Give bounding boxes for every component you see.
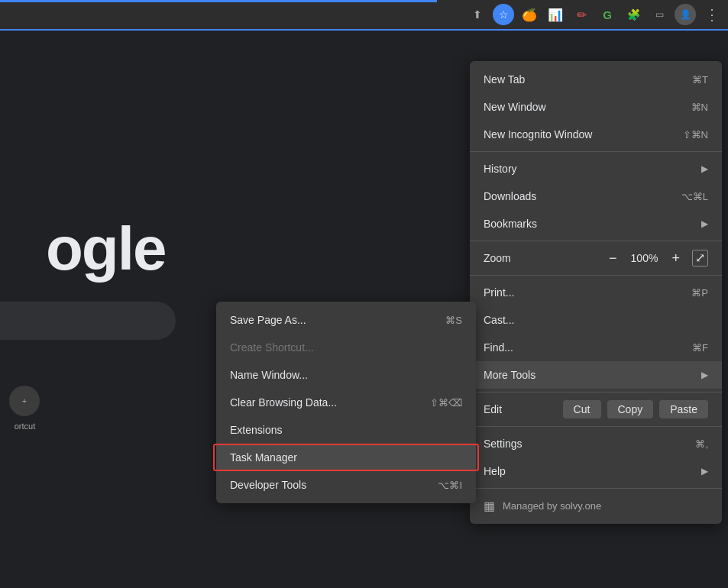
paste-button[interactable]: Paste [659,400,708,418]
menu-item-more-tools[interactable]: More Tools ▶ [470,361,722,389]
bookmarks-label: Bookmarks [484,218,695,230]
menu-item-cast[interactable]: Cast... [470,306,722,334]
name-window-label: Name Window... [230,369,462,381]
new-window-shortcut: ⌘N [691,102,708,113]
zoom-decrease-button[interactable]: − [606,250,620,267]
separator-3 [470,275,722,276]
menu-icon[interactable]: ⋮ [700,4,722,25]
browser-content: ogle + ortcut New Tab ⌘T New Window ⌘N N… [0,31,728,588]
menu-item-clear-browsing[interactable]: Clear Browsing Data... ⇧⌘⌫ [216,389,476,416]
zoom-row: Zoom − 100% + ⤢ [470,244,722,272]
managed-label: Managed by solvy.one [503,500,601,512]
menu-item-settings[interactable]: Settings ⌘, [470,430,722,457]
new-incognito-shortcut: ⇧⌘N [683,129,708,141]
extension2-icon[interactable]: 📊 [545,4,566,25]
extensions-label: Extensions [230,424,462,436]
sidebar-icon[interactable]: ▭ [649,4,670,25]
edit-label: Edit [484,403,557,415]
settings-shortcut: ⌘, [695,438,708,450]
print-label: Print... [484,286,676,299]
menu-item-task-manager[interactable]: Task Manager [216,444,476,471]
find-shortcut: ⌘F [692,342,708,354]
zoom-controls: − 100% + ⤢ [606,250,708,267]
managed-icon: ▦ [484,499,495,513]
shortcut-label: ortcut [0,422,50,431]
google-logo-text: ogle [46,215,165,283]
copy-button[interactable]: Copy [607,400,654,418]
history-label: History [484,163,695,175]
separator-1 [470,151,722,152]
clear-browsing-label: Clear Browsing Data... [230,396,415,409]
new-window-label: New Window [484,101,676,113]
print-shortcut: ⌘P [691,287,708,299]
create-shortcut-label: Create Shortcut... [230,341,462,354]
find-label: Find... [484,341,677,354]
chrome-dropdown-menu: New Tab ⌘T New Window ⌘N New Incognito W… [470,61,722,524]
history-arrow-icon: ▶ [701,163,708,174]
developer-tools-shortcut: ⌥⌘I [438,480,462,491]
task-manager-label: Task Manager [230,451,462,464]
bookmark-icon[interactable]: ☆ [493,4,514,25]
more-tools-submenu: Save Page As... ⌘S Create Shortcut... Na… [216,302,476,503]
zoom-label: Zoom [484,252,606,264]
menu-item-create-shortcut: Create Shortcut... [216,334,476,361]
more-tools-label: More Tools [484,369,695,381]
more-tools-arrow-icon: ▶ [701,370,708,380]
search-bar[interactable] [0,302,176,340]
menu-item-print[interactable]: Print... ⌘P [470,279,722,306]
google-logo: ogle [46,214,165,284]
managed-row: ▦ Managed by solvy.one [470,492,722,519]
edit-row: Edit Cut Copy Paste [470,396,722,423]
extensions-icon[interactable]: 🧩 [623,4,644,25]
downloads-shortcut: ⌥⌘L [681,191,708,202]
separator-4 [470,392,722,393]
menu-item-new-incognito[interactable]: New Incognito Window ⇧⌘N [470,121,722,148]
zoom-value: 100% [629,252,659,264]
menu-item-help[interactable]: Help ▶ [470,457,722,485]
extension3-icon[interactable]: ✏ [571,4,592,25]
separator-2 [470,241,722,241]
new-tab-label: New Tab [484,73,677,86]
clear-browsing-shortcut: ⇧⌘⌫ [430,397,462,409]
toolbar-icons-group: ⬆ ☆ 🍊 📊 ✏ G 🧩 ▭ 👤 ⋮ [467,4,722,25]
menu-item-extensions[interactable]: Extensions [216,416,476,444]
settings-label: Settings [484,438,680,450]
new-tab-shortcut: ⌘T [692,74,708,86]
shortcut-icon[interactable]: + [9,386,40,416]
browser-toolbar: ⬆ ☆ 🍊 📊 ✏ G 🧩 ▭ 👤 ⋮ [0,0,728,31]
menu-item-new-tab[interactable]: New Tab ⌘T [470,66,722,93]
menu-item-new-window[interactable]: New Window ⌘N [470,93,722,121]
menu-item-downloads[interactable]: Downloads ⌥⌘L [470,183,722,210]
menu-item-history[interactable]: History ▶ [470,155,722,183]
new-incognito-label: New Incognito Window [484,128,668,141]
save-page-label: Save Page As... [230,314,430,326]
zoom-increase-button[interactable]: + [668,250,683,267]
menu-item-developer-tools[interactable]: Developer Tools ⌥⌘I [216,471,476,499]
menu-item-name-window[interactable]: Name Window... [216,361,476,389]
cast-label: Cast... [484,314,708,326]
downloads-label: Downloads [484,190,666,202]
bookmarks-arrow-icon: ▶ [701,218,708,229]
cut-button[interactable]: Cut [563,400,601,418]
zoom-fullscreen-button[interactable]: ⤢ [692,250,708,267]
menu-item-save-page[interactable]: Save Page As... ⌘S [216,306,476,334]
share-icon[interactable]: ⬆ [467,4,488,25]
help-arrow-icon: ▶ [701,466,708,477]
separator-5 [470,426,722,427]
menu-item-find[interactable]: Find... ⌘F [470,334,722,361]
help-label: Help [484,465,695,477]
save-page-shortcut: ⌘S [445,315,462,326]
menu-item-bookmarks[interactable]: Bookmarks ▶ [470,210,722,237]
separator-6 [470,488,722,489]
developer-tools-label: Developer Tools [230,479,422,491]
extension4-icon[interactable]: G [597,4,618,25]
avatar-icon[interactable]: 👤 [675,4,696,25]
extension1-icon[interactable]: 🍊 [519,4,540,25]
